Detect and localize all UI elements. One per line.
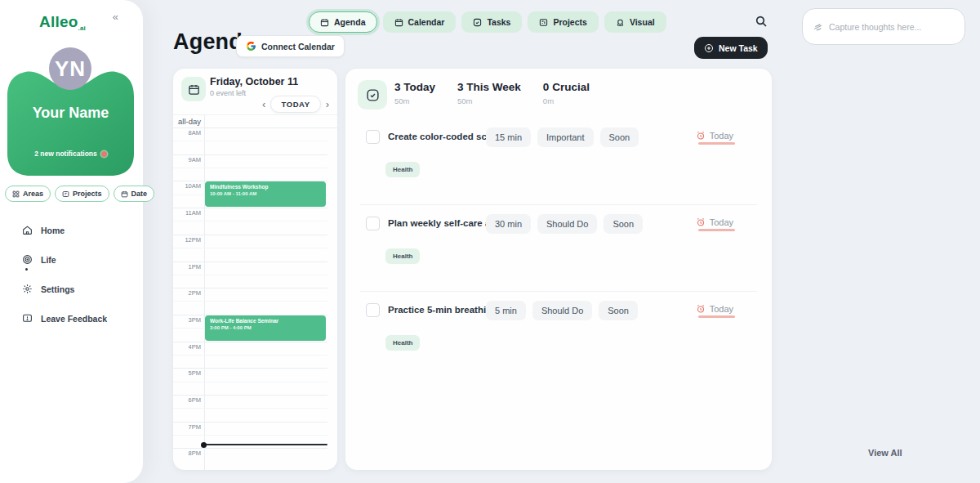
quick-capture [802,8,965,45]
tab-calendar[interactable]: Calendar [383,11,457,33]
sidebar-item-life[interactable]: Life [0,247,143,272]
sidebar-item-home[interactable]: Home [0,217,143,243]
agenda-tab-icon [320,18,329,27]
task-tag-health[interactable]: Health [385,248,420,264]
event-time: 10:00 AM - 11:00 AM [210,191,321,196]
filter-areas-button[interactable]: Areas [5,186,51,202]
calendar-date-title: Friday, October 11 [210,76,298,87]
task-timeframe-pill[interactable]: Soon [599,301,638,320]
logo-text: Alleo [39,13,78,30]
stat-value: 0 [543,81,550,93]
collapse-sidebar-icon[interactable]: « [113,11,118,23]
view-all-link[interactable]: View All [868,448,902,458]
tasks-header-icon-box [358,80,387,110]
task-row[interactable]: Plan weekly self-care activities 30 min … [345,214,772,293]
grid-halfline [173,248,327,248]
task-priority-pill[interactable]: Should Do [532,301,592,320]
grid-halfline [173,435,327,436]
filter-label: Projects [73,190,102,198]
task-priority-pill[interactable]: Should Do [537,214,597,234]
task-row[interactable]: Practice 5-min breathing 5 min Should Do… [345,301,772,379]
stat-value: 3 [394,81,401,93]
hour-label: 6PM [173,396,201,404]
stat-sub: 0m [543,96,590,105]
tab-label: Projects [553,17,586,27]
projects-tab-icon [539,18,548,27]
task-checkbox[interactable] [366,303,380,317]
hour-label: 2PM [173,289,201,297]
task-timeframe-pill[interactable]: Soon [600,127,639,147]
notification-dot-icon [101,151,107,157]
new-task-label: New Task [719,43,758,53]
connect-calendar-label: Connect Calendar [261,42,335,51]
search-button[interactable] [755,15,771,31]
visual-tab-icon [616,18,625,27]
task-checkbox[interactable] [366,130,380,144]
calendar-event[interactable]: Mindfulness Workshop 10:00 AM - 11:00 AM [205,181,326,207]
view-tabs: Agenda Calendar Tasks Projects Visual [309,11,666,33]
hour-label: 4PM [173,343,201,351]
new-task-button[interactable]: New Task [694,37,768,59]
sidebar-item-leave-feedback[interactable]: Leave Feedback [0,306,143,331]
task-priority-pill[interactable]: Important [537,127,593,147]
tab-label: Tasks [487,17,510,27]
event-title: Mindfulness Workshop [210,184,321,190]
grid-halfline [173,301,327,302]
calendar-nav: ‹ TODAY › [262,96,329,113]
task-duration-pill[interactable]: 5 min [486,301,526,320]
divider [360,204,757,205]
grid-halfline [173,275,327,275]
stat-crucial: 0 Crucial 0m [543,81,590,105]
event-time: 3:00 PM - 4:00 PM [210,325,321,330]
prev-day-icon[interactable]: ‹ [262,99,265,110]
hour-label: 8AM [173,129,201,136]
task-reminder[interactable]: Today [696,304,733,314]
hour-label: 1PM [173,263,201,271]
feedback-icon [22,313,33,324]
notifications-text[interactable]: 2 new notifications [7,150,134,158]
tasks-tab-icon [473,18,482,27]
task-duration-pill[interactable]: 30 min [486,214,531,234]
grid-line [173,288,327,288]
menu-label: Life [41,255,56,265]
divider [360,291,757,292]
today-button[interactable]: TODAY [270,96,320,113]
stat-this-week: 3 This Week 50m [457,81,521,105]
sidebar-item-settings[interactable]: Settings [0,276,143,302]
task-checkbox[interactable] [366,217,380,230]
task-tag-health[interactable]: Health [385,162,420,177]
task-timeframe-pill[interactable]: Soon [604,214,643,234]
next-day-icon[interactable]: › [326,99,329,110]
google-icon [246,41,256,51]
filter-label: Date [131,190,148,198]
connect-calendar-button[interactable]: Connect Calendar [236,35,345,57]
capture-thoughts-input[interactable] [829,22,955,32]
grid-line [173,342,327,342]
calendar-event[interactable]: Work-Life Balance Seminar 3:00 PM - 4:00… [205,315,326,341]
alarm-clock-icon [696,304,706,314]
task-row[interactable]: Create color-coded schedule 15 min Impor… [345,127,772,206]
tab-agenda[interactable]: Agenda [309,11,377,33]
reminder-label: Today [710,304,733,314]
task-reminder[interactable]: Today [696,131,733,141]
grid-line [173,127,337,128]
hour-label: 7PM [173,423,201,431]
calendar-icon [188,83,200,96]
filter-date-button[interactable]: Date [114,186,155,202]
day-time-grid[interactable]: all-day 8 [173,114,337,470]
tab-projects[interactable]: Projects [528,11,598,33]
hour-label: 5PM [173,369,201,377]
avatar[interactable]: YN [49,47,91,90]
tab-tasks[interactable]: Tasks [461,11,522,33]
task-pills: 5 min Should Do Soon [486,301,638,320]
tab-label: Agenda [334,17,366,27]
task-reminder[interactable]: Today [696,217,733,227]
tab-visual[interactable]: Visual [604,11,666,33]
calendar-header-icon-box [181,77,206,101]
task-duration-pill[interactable]: 15 min [486,127,531,147]
task-tag-health[interactable]: Health [385,335,420,351]
hour-label: 9AM [173,156,201,163]
all-day-label: all-day [173,117,201,126]
app-window: Alleo.ai « YN Your Name 2 new notificati… [0,0,980,483]
filter-projects-button[interactable]: Projects [55,186,109,202]
